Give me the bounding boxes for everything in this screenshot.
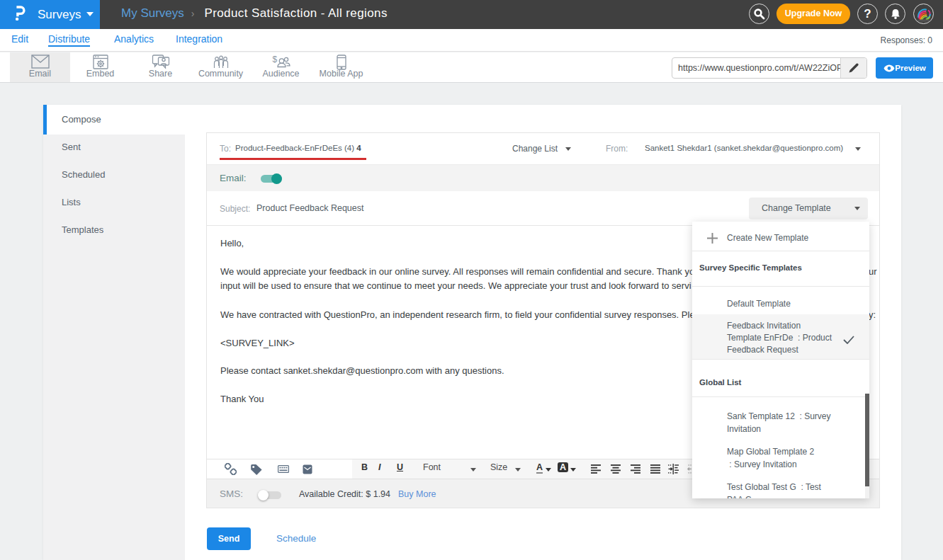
svg-text:$: $: [272, 55, 277, 64]
